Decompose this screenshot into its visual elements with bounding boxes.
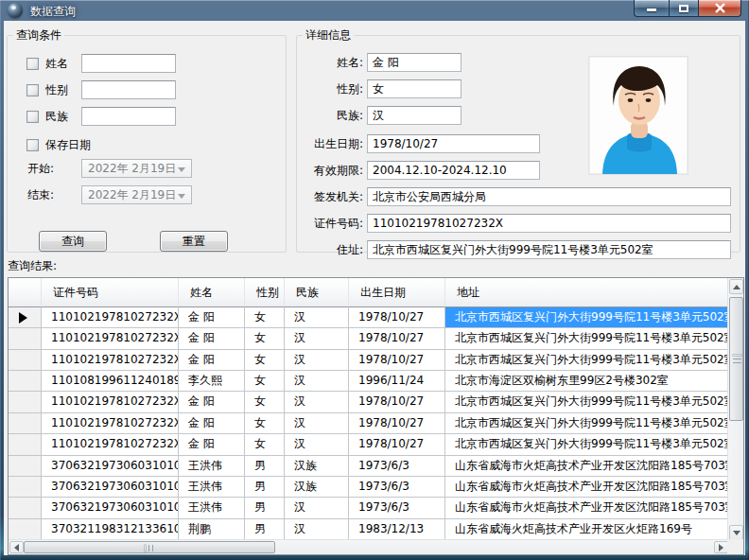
cell-gender[interactable]: 女 <box>245 371 285 392</box>
cell-id[interactable]: 370321198312133610 <box>42 519 179 540</box>
cell-birth[interactable]: 1973/6/3 <box>349 477 445 498</box>
cell-id[interactable]: 11010219781027232X <box>42 434 179 455</box>
cell-id[interactable]: 11010219781027232X <box>42 392 179 412</box>
cell-id[interactable]: 11010219781027232X <box>42 328 179 349</box>
cell-ethnicity[interactable]: 汉 <box>285 392 349 412</box>
row-selector-cell[interactable] <box>9 477 42 498</box>
cell-address[interactable]: 山东省威海火炬高技术产业开发区火炬路169号 <box>445 519 729 540</box>
cell-name[interactable]: 王洪伟 <box>179 456 245 477</box>
cell-name[interactable]: 金 阳 <box>179 328 245 349</box>
cell-name[interactable]: 王洪伟 <box>179 477 245 498</box>
row-selector-cell[interactable] <box>9 498 42 518</box>
table-row[interactable]: 11010219781027232X金 阳女汉1978/10/27北京市西城区复… <box>9 392 729 412</box>
maximize-button[interactable] <box>670 0 698 17</box>
cell-address[interactable]: 北京市西城区复兴门外大街999号院11号楼3单元502室 <box>445 307 729 328</box>
cell-ethnicity[interactable]: 汉 <box>285 434 349 455</box>
row-selector-cell[interactable] <box>9 434 42 455</box>
table-row[interactable]: 110108199611240189李久熙女汉1996/11/24北京市海淀区双… <box>9 371 729 392</box>
cell-ethnicity[interactable]: 汉族 <box>285 456 349 477</box>
table-row[interactable]: 11010219781027232X金 阳女汉1978/10/27北京市西城区复… <box>9 350 729 371</box>
cell-address[interactable]: 北京市西城区复兴门外大街999号院11号楼3单元502室 <box>445 413 729 434</box>
cell-birth[interactable]: 1978/10/27 <box>349 392 445 412</box>
cell-ethnicity[interactable]: 汉族 <box>285 477 349 498</box>
ethnicity-filter-input[interactable] <box>81 107 176 126</box>
cell-gender[interactable]: 男 <box>245 477 285 498</box>
scroll-left-button[interactable] <box>9 541 24 553</box>
horizontal-scrollbar-thumb[interactable] <box>24 541 275 553</box>
cell-gender[interactable]: 女 <box>245 434 285 455</box>
cell-ethnicity[interactable]: 汉 <box>285 413 349 434</box>
cell-gender[interactable]: 男 <box>245 498 285 518</box>
cell-name[interactable]: 荆鹏 <box>179 519 245 540</box>
cell-address[interactable]: 北京市西城区复兴门外大街999号院11号楼3单元502室 <box>445 434 729 455</box>
start-date-picker[interactable]: 2022年 2月19日 <box>81 159 192 178</box>
ethnicity-filter-checkbox[interactable] <box>26 111 39 123</box>
cell-name[interactable]: 李久熙 <box>179 371 245 392</box>
row-selector-cell[interactable] <box>9 328 42 349</box>
cell-gender[interactable]: 女 <box>245 328 285 349</box>
table-row[interactable]: 370632197306031010王洪伟男汉族1973/6/3山东省威海市火炬… <box>9 477 729 498</box>
cell-address[interactable]: 北京市海淀区双榆树东里99区2号楼302室 <box>445 371 729 392</box>
gender-filter-input[interactable] <box>81 80 176 99</box>
cell-birth[interactable]: 1973/6/3 <box>349 456 445 477</box>
cell-address[interactable]: 山东省威海市火炬高技术产业开发区沈阳路185号703室 <box>445 477 729 498</box>
cell-address[interactable]: 山东省威海市火炬高技术产业开发区沈阳路185号703室 <box>445 498 729 518</box>
cell-id[interactable]: 11010219781027232X <box>42 413 179 434</box>
name-filter-checkbox[interactable] <box>26 58 39 70</box>
cell-address[interactable]: 北京市西城区复兴门外大街999号院11号楼3单元502室 <box>445 328 729 349</box>
row-selector-cell[interactable] <box>9 519 42 540</box>
cell-birth[interactable]: 1978/10/27 <box>349 413 445 434</box>
cell-birth[interactable]: 1978/10/27 <box>349 328 445 349</box>
reset-button[interactable]: 重置 <box>160 231 228 252</box>
row-selector-header[interactable] <box>9 278 42 307</box>
cell-id[interactable]: 110108199611240189 <box>42 371 179 392</box>
minimize-button[interactable] <box>634 0 670 17</box>
cell-gender[interactable]: 男 <box>245 519 285 540</box>
end-date-picker[interactable]: 2022年 2月19日 <box>81 185 192 204</box>
cell-ethnicity[interactable]: 汉 <box>285 498 349 518</box>
cell-gender[interactable]: 女 <box>245 350 285 371</box>
row-selector-cell[interactable] <box>9 392 42 412</box>
cell-name[interactable]: 金 阳 <box>179 413 245 434</box>
close-button[interactable] <box>698 0 741 17</box>
table-row[interactable]: 11010219781027232X金 阳女汉1978/10/27北京市西城区复… <box>9 328 729 349</box>
table-row[interactable]: 11010219781027232X金 阳女汉1978/10/27北京市西城区复… <box>9 307 729 328</box>
cell-address[interactable]: 北京市西城区复兴门外大街999号院11号楼3单元502室 <box>445 350 729 371</box>
name-filter-input[interactable] <box>81 54 176 73</box>
cell-birth[interactable]: 1973/6/3 <box>349 498 445 518</box>
vertical-scrollbar[interactable] <box>727 278 743 541</box>
table-row[interactable]: 11010219781027232X金 阳女汉1978/10/27北京市西城区复… <box>9 413 729 434</box>
cell-id[interactable]: 11010219781027232X <box>42 307 179 328</box>
table-row[interactable]: 370632197306031010王洪伟男汉族1973/6/3山东省威海市火炬… <box>9 456 729 477</box>
query-button[interactable]: 查询 <box>39 231 107 252</box>
table-row[interactable]: 11010219781027232X金 阳女汉1978/10/27北京市西城区复… <box>9 434 729 455</box>
column-header-gender[interactable]: 性别 <box>245 278 285 307</box>
column-header-birth[interactable]: 出生日期 <box>349 278 445 307</box>
cell-birth[interactable]: 1978/10/27 <box>349 307 445 328</box>
titlebar[interactable]: 数据查询 <box>0 0 749 21</box>
cell-ethnicity[interactable]: 汉 <box>285 328 349 349</box>
cell-ethnicity[interactable]: 汉 <box>285 350 349 371</box>
scroll-right-button[interactable] <box>714 541 728 553</box>
cell-ethnicity[interactable]: 汉 <box>285 519 349 540</box>
table-row[interactable]: 370632197306031010王洪伟男汉1973/6/3山东省威海市火炬高… <box>9 498 729 518</box>
cell-id[interactable]: 370632197306031010 <box>42 477 179 498</box>
cell-birth[interactable]: 1978/10/27 <box>349 350 445 371</box>
cell-name[interactable]: 金 阳 <box>179 434 245 455</box>
cell-address[interactable]: 北京市西城区复兴门外大街999号院11号楼3单元502室 <box>445 392 729 412</box>
vertical-scrollbar-thumb[interactable] <box>729 297 743 421</box>
scroll-down-button[interactable] <box>729 525 743 540</box>
cell-birth[interactable]: 1996/11/24 <box>349 371 445 392</box>
cell-id[interactable]: 370632197306031010 <box>42 456 179 477</box>
cell-name[interactable]: 金 阳 <box>179 392 245 412</box>
cell-name[interactable]: 金 阳 <box>179 350 245 371</box>
cell-address[interactable]: 山东省威海市火炬高技术产业开发区沈阳路185号703室 <box>445 456 729 477</box>
column-header-name[interactable]: 姓名 <box>179 278 245 307</box>
row-selector-cell[interactable] <box>9 456 42 477</box>
table-row[interactable]: 370321198312133610荆鹏男汉1983/12/13山东省威海火炬高… <box>9 519 729 540</box>
cell-gender[interactable]: 女 <box>245 392 285 412</box>
cell-id[interactable]: 11010219781027232X <box>42 350 179 371</box>
cell-ethnicity[interactable]: 汉 <box>285 307 349 328</box>
cell-name[interactable]: 金 阳 <box>179 307 245 328</box>
cell-gender[interactable]: 女 <box>245 307 285 328</box>
